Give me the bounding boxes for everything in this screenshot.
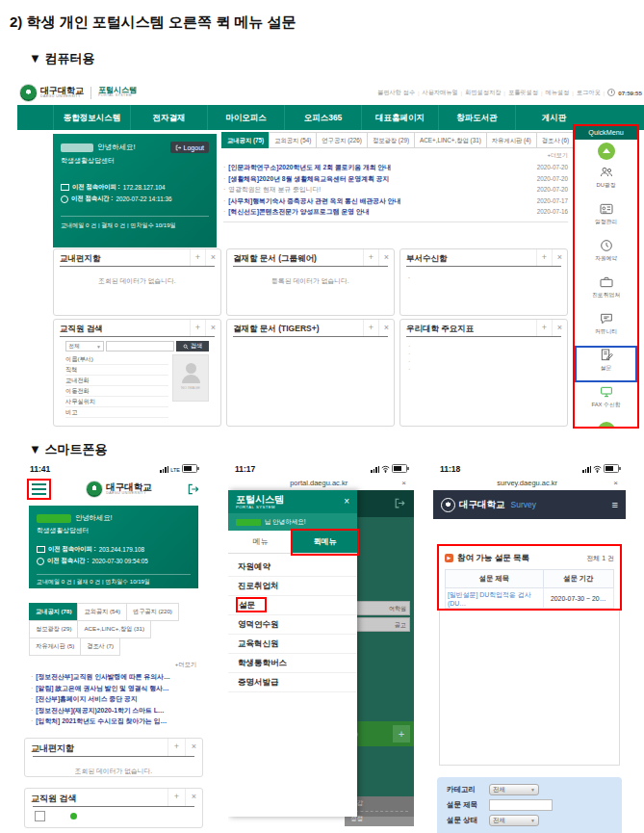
notice-title[interactable]: [혁신선도]콘텐츠전문가 양성프로그램 운영 안내: [228, 206, 530, 218]
nav-item-homepage[interactable]: 대표홈페이지: [361, 105, 438, 130]
staff-search-button[interactable]: 검색: [176, 341, 209, 351]
menu-item-certificate-issue[interactable]: 증명서발급: [228, 673, 357, 692]
tab-campus-notice[interactable]: 교내공지 (78): [29, 603, 78, 621]
close-icon[interactable]: ×: [344, 497, 349, 507]
hamburger-icon[interactable]: ≡: [612, 499, 618, 510]
widget-close-button[interactable]: ×: [205, 249, 220, 266]
notice-row[interactable]: ·[전산부]홈페이지 서비스 중단 공지: [31, 693, 196, 705]
notice-row[interactable]: ·[사무처]행복기숙사 증축공사 관련 옥외 통신 배관공사 안내2020-07…: [223, 195, 568, 207]
browser-url-bar[interactable]: portal.daegu.ac.kr ×: [228, 475, 414, 490]
menu-item-survey-annotation[interactable]: 설문: [228, 596, 357, 615]
quickmenu-scroll-up-button[interactable]: [598, 143, 615, 160]
notice-title[interactable]: [생활체육]2020년 8월 생활체육교육센터 운영계획 공지: [228, 173, 530, 185]
notice-title[interactable]: [인문과학연구소]2020학년도 제 2회 콜로키움 개최 안내: [228, 162, 530, 173]
notice-row[interactable]: ·[알림] 故고은애 권사님 발인 및 영결식 행사…: [31, 683, 196, 694]
tab-ace-linc[interactable]: ACE+,LINC+,창업 (31): [77, 620, 151, 638]
util-link-manual[interactable]: 사용자매뉴얼: [422, 89, 457, 97]
widget-close-button[interactable]: ×: [205, 320, 220, 336]
close-icon[interactable]: ×: [613, 479, 618, 487]
tab-research-notice[interactable]: 연구공지 (226): [316, 132, 368, 148]
menu-item-commuter-bus[interactable]: 학생통학버스: [228, 654, 357, 673]
util-link-logout[interactable]: 로그아웃: [577, 89, 601, 97]
widget-add-button[interactable]: +: [190, 320, 205, 336]
notice-title[interactable]: [알림] 故고은애 권사님 발인 및 영결식 행사…: [36, 683, 196, 694]
notice-title[interactable]: [입학처] 2021학년도 수시모집 찾아가는 입…: [36, 716, 196, 727]
nav-item-library[interactable]: 창파도서관: [438, 105, 515, 130]
quickmenu-item-schedule[interactable]: 일정관리: [575, 199, 637, 236]
notice-row[interactable]: ·[혁신선도]콘텐츠전문가 양성프로그램 운영 안내2020-07-16: [223, 206, 568, 218]
browser-url-bar[interactable]: survey.daegu.ac.kr ×: [433, 475, 626, 490]
widget-close-button[interactable]: ×: [378, 320, 394, 336]
notice-row[interactable]: ·[생활체육]2020년 8월 생활체육교육센터 운영계획 공지2020-07-…: [223, 173, 568, 185]
menu-item-education-innovation[interactable]: 교육혁신원: [228, 635, 357, 654]
quickmenu-scroll-down-button[interactable]: [598, 422, 615, 429]
tab-family-events[interactable]: 경조사 (7): [80, 638, 120, 656]
quickmenu-item-resource-reservation[interactable]: 자원예약: [575, 236, 637, 273]
more-link[interactable]: +더보기: [223, 151, 568, 160]
menu-item-career-office[interactable]: 진로취업처: [228, 577, 357, 596]
tab-free-board[interactable]: 자유게시판 (5): [29, 638, 81, 656]
tab-quickmenu-annotation[interactable]: 퀵메뉴: [293, 531, 357, 554]
logout-button[interactable]: Logout: [170, 142, 209, 153]
widget-close-button[interactable]: ×: [552, 249, 567, 266]
tab-external-notice[interactable]: 교외공지 (54): [269, 132, 317, 148]
widget-close-button[interactable]: ×: [552, 320, 567, 336]
tab-campus-notice[interactable]: 교내공지 (75): [221, 132, 270, 148]
notice-title[interactable]: [사무처]행복기숙사 증축공사 관련 옥외 통신 배관공사 안내: [228, 195, 530, 207]
survey-title-input[interactable]: [489, 799, 553, 811]
tab-family-events[interactable]: 경조사 (6): [536, 132, 575, 148]
quickmenu-item-du-plaza[interactable]: DU광장: [575, 163, 637, 199]
widget-close-button[interactable]: ×: [185, 789, 202, 806]
staff-search-select[interactable]: 전체▼: [65, 341, 104, 351]
notice-title[interactable]: [정보전산부]교직원 인사발령에 따른 유의사…: [36, 671, 196, 683]
widget-close-button[interactable]: ×: [185, 739, 202, 756]
tab-external-notice[interactable]: 교외공지 (54): [77, 603, 126, 621]
widget-close-button[interactable]: ×: [378, 249, 394, 266]
logout-icon[interactable]: [187, 482, 200, 496]
nav-item-office365[interactable]: 오피스365: [284, 105, 361, 130]
menu-item-yeongdeok-center[interactable]: 영덕연수원: [228, 615, 357, 635]
hamburger-menu-annotation[interactable]: [27, 479, 51, 500]
tab-free-board[interactable]: 자유게시판 (4): [486, 132, 537, 148]
nav-item-e-approval[interactable]: 전자결재: [130, 105, 207, 130]
tab-research-notice[interactable]: 연구공지 (220): [126, 603, 179, 621]
widget-add-button[interactable]: +: [536, 249, 552, 266]
notice-row[interactable]: ·영광학원은 현재 분규 중입니다!2020-07-20: [223, 184, 568, 195]
notice-title[interactable]: 영광학원은 현재 분규 중입니다!: [228, 184, 530, 195]
survey-row[interactable]: [일반설문] DU학업적응 검사(DU… 2020-07-30 ~ 20…: [446, 588, 614, 609]
widget-add-button[interactable]: +: [167, 739, 185, 756]
quickmenu-item-fax-inbox[interactable]: FAX 수신함: [575, 382, 637, 419]
util-link-feedback[interactable]: 불편사항 접수: [377, 89, 415, 97]
widget-add-button[interactable]: +: [363, 320, 378, 336]
more-link[interactable]: +더보기: [31, 661, 196, 669]
notice-row[interactable]: ·[인문과학연구소]2020학년도 제 2회 콜로키움 개최 안내2020-07…: [223, 162, 568, 173]
staff-search-input[interactable]: [106, 341, 174, 351]
nav-item-my-office[interactable]: 마이오피스: [207, 105, 284, 130]
tab-menu[interactable]: 메뉴: [228, 531, 293, 554]
quickmenu-item-survey-annotation[interactable]: 설문: [575, 346, 637, 382]
quickmenu-item-community[interactable]: 커뮤니티: [575, 309, 637, 346]
widget-add-button[interactable]: +: [536, 320, 552, 336]
notice-row[interactable]: ·[입학처] 2021학년도 수시모집 찾아가는 입…: [31, 716, 196, 727]
close-icon[interactable]: ×: [401, 479, 406, 487]
notice-title[interactable]: [정보전산부](재공지)2020-1학기 스마트 L…: [36, 705, 196, 716]
widget-add-button[interactable]: +: [363, 249, 378, 266]
survey-link[interactable]: [일반설문] DU학업적응 검사(DU…: [446, 588, 544, 609]
nav-item-integrated-info[interactable]: 종합정보시스템: [53, 105, 130, 130]
notice-row[interactable]: ·[정보전산부]교직원 인사발령에 따른 유의사…: [31, 671, 196, 683]
widget-add-button[interactable]: +: [190, 249, 205, 266]
tab-info-plaza[interactable]: 정보광장 (29): [367, 132, 415, 148]
survey-status-select[interactable]: 전체▼: [489, 815, 539, 826]
util-link-portlet[interactable]: 포틀릿설정: [508, 89, 538, 97]
tab-info-plaza[interactable]: 정보광장 (29): [29, 620, 78, 638]
tab-ace-linc[interactable]: ACE+,LINC+,창업 (31): [414, 132, 487, 148]
category-select[interactable]: 전체▼: [489, 784, 539, 795]
checkbox-icon[interactable]: [35, 811, 45, 821]
quickmenu-item-career-office[interactable]: 진로취업처: [575, 273, 637, 309]
menu-item-resource-reservation[interactable]: 자원예약: [228, 558, 357, 577]
util-link-save-screen[interactable]: 화면설정저장: [465, 89, 501, 97]
widget-add-button[interactable]: +: [167, 789, 185, 806]
notice-title[interactable]: [전산부]홈페이지 서비스 중단 공지: [36, 693, 196, 705]
notice-row[interactable]: ·[정보전산부](재공지)2020-1학기 스마트 L…: [31, 705, 196, 716]
util-link-menu-setting[interactable]: 메뉴설정: [546, 89, 570, 97]
